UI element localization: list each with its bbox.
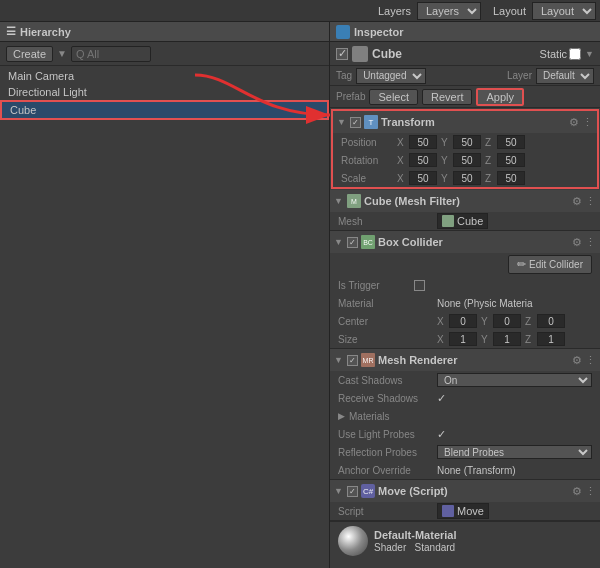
box-collider-checkbox[interactable]: ✓ [347, 237, 358, 248]
move-script-gear-icon[interactable]: ⚙ [572, 485, 582, 498]
create-button[interactable]: Create [6, 46, 53, 62]
receive-shadows-check: ✓ [437, 392, 446, 405]
position-x-input[interactable] [409, 135, 437, 149]
hierarchy-panel-header: ☰ Hierarchy [0, 22, 329, 42]
mesh-renderer-title: Mesh Renderer [378, 354, 569, 366]
center-x-field: X [437, 314, 477, 328]
mesh-ref-icon [442, 215, 454, 227]
hierarchy-items: Main Camera Directional Light Cube [0, 66, 329, 568]
layout-dropdown[interactable]: Layout [532, 2, 596, 20]
center-y-input[interactable] [493, 314, 521, 328]
center-x-input[interactable] [449, 314, 477, 328]
reflection-probes-row: Reflection Probes Blend Probes [330, 443, 600, 461]
position-z-input[interactable] [497, 135, 525, 149]
mesh-renderer-gear-icon[interactable]: ⚙ [572, 354, 582, 367]
object-name: Cube [372, 47, 536, 61]
box-collider-header[interactable]: ▼ ✓ BC Box Collider ⚙ ⋮ [330, 231, 600, 253]
layer-select[interactable]: Default [536, 68, 594, 84]
transform-menu-icon[interactable]: ⚙ [569, 116, 579, 129]
center-z-input[interactable] [537, 314, 565, 328]
select-button[interactable]: Select [369, 89, 418, 105]
apply-button[interactable]: Apply [476, 88, 524, 106]
size-y-field: Y [481, 332, 521, 346]
cast-shadows-select[interactable]: On [437, 373, 592, 387]
center-y-label: Y [481, 316, 491, 327]
center-x-label: X [437, 316, 447, 327]
scale-label: Scale [341, 173, 393, 184]
hierarchy-search[interactable] [71, 46, 151, 62]
mesh-renderer-dots-icon[interactable]: ⋮ [585, 354, 596, 367]
scale-z-input[interactable] [497, 171, 525, 185]
inspector-panel: Inspector ✓ Cube Static ▼ Tag Untagged [330, 22, 600, 568]
hierarchy-icon: ☰ [6, 25, 16, 38]
transform-dots-icon[interactable]: ⋮ [582, 116, 593, 129]
mesh-filter-gear-icon[interactable]: ⚙ [572, 195, 582, 208]
rotation-z-input[interactable] [497, 153, 525, 167]
rotation-label: Rotation [341, 155, 393, 166]
size-z-input[interactable] [537, 332, 565, 346]
transform-checkbox[interactable]: ✓ [350, 117, 361, 128]
position-x-label: X [397, 137, 407, 148]
is-trigger-row: Is Trigger [330, 276, 600, 294]
reflection-probes-select[interactable]: Blend Probes [437, 445, 592, 459]
tag-label: Tag [336, 70, 352, 81]
mesh-renderer-header[interactable]: ▼ ✓ MR Mesh Renderer ⚙ ⋮ [330, 349, 600, 371]
material-info: Default-Material Shader Standard [374, 529, 457, 553]
mesh-filter-header[interactable]: ▼ M Cube (Mesh Filter) ⚙ ⋮ [330, 190, 600, 212]
object-active-checkbox[interactable]: ✓ [336, 48, 348, 60]
mesh-value: Cube [457, 215, 483, 227]
hierarchy-item-directional-light[interactable]: Directional Light [0, 84, 329, 100]
script-row: Script Move [330, 502, 600, 520]
box-collider-dots-icon[interactable]: ⋮ [585, 236, 596, 249]
position-y-input[interactable] [453, 135, 481, 149]
static-dropdown-arrow[interactable]: ▼ [585, 49, 594, 59]
transform-header[interactable]: ▼ ✓ T Transform ⚙ ⋮ [333, 111, 597, 133]
center-xyz: X Y Z [437, 314, 592, 328]
layers-dropdown[interactable]: Layers [417, 2, 481, 20]
transform-title: Transform [381, 116, 566, 128]
box-collider-gear-icon[interactable]: ⚙ [572, 236, 582, 249]
move-script-header[interactable]: ▼ ✓ C# Move (Script) ⚙ ⋮ [330, 480, 600, 502]
scale-x-input[interactable] [409, 171, 437, 185]
mesh-renderer-checkbox[interactable]: ✓ [347, 355, 358, 366]
mesh-filter-arrow: ▼ [334, 196, 344, 206]
materials-row: ▶ Materials [330, 407, 600, 425]
scale-y-input[interactable] [453, 171, 481, 185]
center-z-label: Z [525, 316, 535, 327]
rotation-y-input[interactable] [453, 153, 481, 167]
static-checkbox[interactable]: Static [540, 48, 582, 60]
revert-button[interactable]: Revert [422, 89, 472, 105]
receive-shadows-row: Receive Shadows ✓ [330, 389, 600, 407]
transform-icon: T [364, 115, 378, 129]
rotation-x-input[interactable] [409, 153, 437, 167]
tag-layer-row: Tag Untagged Layer Default [330, 66, 600, 86]
cast-shadows-row: Cast Shadows On [330, 371, 600, 389]
position-x-field: X [397, 135, 437, 149]
light-probes-label: Use Light Probes [338, 429, 433, 440]
box-collider-title: Box Collider [378, 236, 569, 248]
materials-arrow[interactable]: ▶ [338, 411, 345, 421]
is-trigger-checkbox[interactable] [414, 280, 425, 291]
size-x-input[interactable] [449, 332, 477, 346]
move-script-checkbox[interactable]: ✓ [347, 486, 358, 497]
size-y-input[interactable] [493, 332, 521, 346]
reflection-probes-label: Reflection Probes [338, 447, 433, 458]
layout-label: Layout [493, 5, 526, 17]
size-z-field: Z [525, 332, 565, 346]
hierarchy-toolbar: Create ▼ [0, 42, 329, 66]
move-script-dots-icon[interactable]: ⋮ [585, 485, 596, 498]
edit-collider-button[interactable]: ✏ Edit Collider [508, 255, 592, 274]
edit-collider-icon: ✏ [517, 258, 526, 271]
hierarchy-item-main-camera[interactable]: Main Camera [0, 68, 329, 84]
material-name: Default-Material [374, 529, 457, 541]
tag-select[interactable]: Untagged [356, 68, 426, 84]
mesh-filter-dots-icon[interactable]: ⋮ [585, 195, 596, 208]
mesh-value-field: Cube [437, 213, 488, 229]
size-x-field: X [437, 332, 477, 346]
position-xyz: X Y Z [397, 135, 589, 149]
scale-y-field: Y [441, 171, 481, 185]
anchor-override-value: None (Transform) [437, 465, 592, 476]
hierarchy-item-cube[interactable]: Cube [0, 100, 329, 120]
static-input[interactable] [569, 48, 581, 60]
center-z-field: Z [525, 314, 565, 328]
